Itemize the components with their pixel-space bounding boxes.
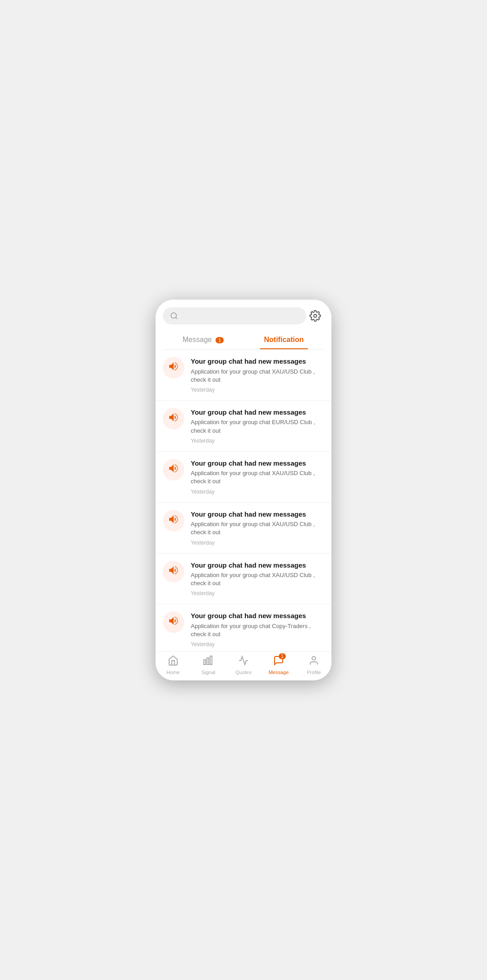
search-bar[interactable] [163, 307, 306, 324]
notification-item[interactable]: Your group chat had new messages Applica… [156, 401, 331, 452]
message-icon: 1 [273, 655, 284, 669]
svg-rect-4 [207, 658, 209, 665]
notification-icon-wrap [163, 561, 184, 582]
notification-time: Yesterday [191, 489, 324, 495]
notification-title: Your group chat had new messages [191, 357, 324, 366]
settings-button[interactable] [306, 307, 324, 325]
nav-item-message[interactable]: 1 Message [261, 655, 296, 675]
speaker-icon [168, 411, 179, 426]
notification-title: Your group chat had new messages [191, 611, 324, 620]
nav-label-quotes: Quotes [235, 670, 251, 675]
notification-content: Your group chat had new messages Applica… [191, 561, 324, 597]
notification-content: Your group chat had new messages Applica… [191, 357, 324, 393]
signal-icon [203, 655, 214, 669]
notification-icon-wrap [163, 611, 184, 633]
svg-rect-3 [204, 660, 206, 665]
tabs-container: Message 1 Notification [163, 330, 324, 350]
speaker-icon [168, 615, 179, 629]
notification-time: Yesterday [191, 387, 324, 393]
nav-label-message: Message [269, 670, 289, 675]
notification-title: Your group chat had new messages [191, 459, 324, 468]
tab-message-label: Message [183, 336, 212, 343]
notification-time: Yesterday [191, 590, 324, 596]
notification-content: Your group chat had new messages Applica… [191, 459, 324, 495]
quotes-icon [238, 655, 249, 669]
tab-notification[interactable]: Notification [244, 330, 324, 349]
notification-title: Your group chat had new messages [191, 408, 324, 417]
nav-item-quotes[interactable]: Quotes [226, 655, 261, 675]
notification-item[interactable]: Your group chat had new messages Applica… [156, 503, 331, 554]
notification-description: Application for your group chat XAU/USD … [191, 469, 324, 485]
nav-label-profile: Profile [307, 670, 321, 675]
notification-item[interactable]: Your group chat had new messages Applica… [156, 350, 331, 401]
bottom-nav: Home Signal Quotes 1 Message Profile [156, 651, 331, 680]
notification-content: Your group chat had new messages Applica… [191, 408, 324, 444]
search-icon [170, 312, 178, 320]
nav-label-signal: Signal [202, 670, 216, 675]
svg-point-2 [314, 314, 317, 318]
svg-rect-5 [210, 656, 212, 665]
nav-label-home: Home [166, 670, 179, 675]
notification-description: Application for your group chat XAU/USD … [191, 571, 324, 587]
speaker-icon [168, 564, 179, 579]
notification-description: Application for your group chat XAU/USD … [191, 520, 324, 536]
home-icon [168, 655, 179, 669]
message-badge: 1 [216, 337, 224, 343]
notification-time: Yesterday [191, 540, 324, 546]
profile-icon [308, 655, 319, 669]
notification-list: Your group chat had new messages Applica… [156, 350, 331, 651]
notification-content: Your group chat had new messages Applica… [191, 611, 324, 647]
notification-item[interactable]: Your group chat had new messages Applica… [156, 604, 331, 651]
speaker-icon [168, 361, 179, 375]
notification-icon-wrap [163, 459, 184, 481]
notification-item[interactable]: Your group chat had new messages Applica… [156, 452, 331, 503]
notification-description: Application for your group chat XAU/USD … [191, 368, 324, 384]
nav-badge-message: 1 [279, 653, 286, 659]
svg-line-1 [175, 317, 177, 319]
notification-content: Your group chat had new messages Applica… [191, 510, 324, 546]
svg-point-6 [312, 656, 316, 660]
speaker-icon [168, 513, 179, 528]
svg-point-0 [171, 313, 176, 318]
nav-item-home[interactable]: Home [156, 655, 191, 675]
tab-notification-label: Notification [264, 336, 304, 343]
notification-time: Yesterday [191, 641, 324, 647]
nav-item-profile[interactable]: Profile [296, 655, 331, 675]
notification-icon-wrap [163, 357, 184, 379]
notification-time: Yesterday [191, 438, 324, 444]
tab-message[interactable]: Message 1 [163, 330, 244, 349]
nav-item-signal[interactable]: Signal [191, 655, 226, 675]
notification-description: Application for your group chat EUR/USD … [191, 418, 324, 435]
speaker-icon [168, 462, 179, 477]
notification-icon-wrap [163, 510, 184, 532]
notification-title: Your group chat had new messages [191, 510, 324, 519]
notification-description: Application for your group chat Copy-Tra… [191, 622, 324, 638]
notification-icon-wrap [163, 408, 184, 430]
notification-title: Your group chat had new messages [191, 561, 324, 570]
notification-item[interactable]: Your group chat had new messages Applica… [156, 554, 331, 605]
